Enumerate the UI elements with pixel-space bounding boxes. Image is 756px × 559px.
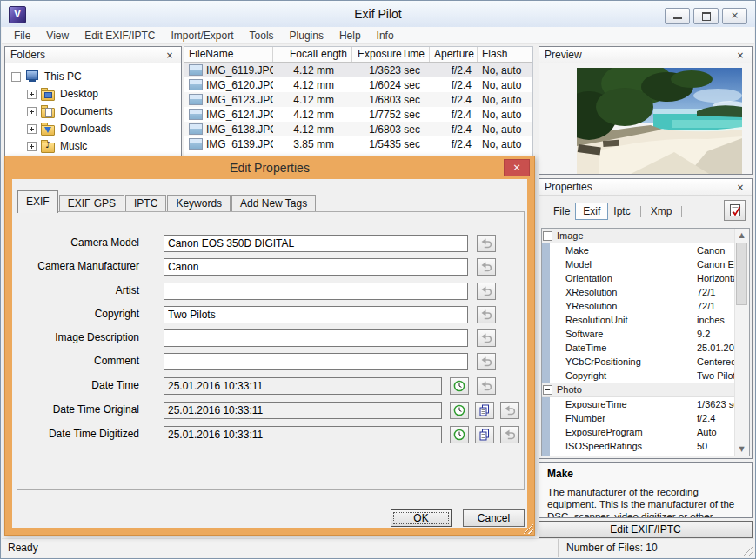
tab-exif-gps[interactable]: EXIF GPS <box>59 195 124 212</box>
menu-view[interactable]: View <box>38 30 77 42</box>
folders-close-icon[interactable]: × <box>164 50 176 60</box>
tree-item-music[interactable]: ♪ Music <box>5 137 181 155</box>
dialog-close-button[interactable]: × <box>504 159 530 176</box>
undo-button[interactable] <box>500 426 519 443</box>
scroll-down-icon[interactable]: ▼ <box>735 443 748 456</box>
minimize-button[interactable] <box>665 8 690 24</box>
undo-button[interactable] <box>477 377 496 395</box>
tab-exif[interactable]: EXIF <box>17 190 58 213</box>
property-row[interactable]: CopyrightTwo Pilots <box>542 369 735 383</box>
property-row[interactable]: FNumberf/2.4 <box>542 411 735 425</box>
expand-icon[interactable] <box>27 142 37 151</box>
table-row[interactable]: IMG_6138.JPG 4.12 mm 1/6803 sec f/2.4 No… <box>184 122 532 136</box>
property-row[interactable]: ResolutionUnitinches <box>542 313 735 327</box>
camera-manufacturer-field[interactable] <box>164 258 468 276</box>
tab-keywords[interactable]: Keywords <box>167 195 231 212</box>
tab-exif[interactable]: Exif <box>575 203 608 220</box>
maximize-button[interactable] <box>693 8 719 24</box>
menu-edit-exif-iptc[interactable]: Edit EXIF/IPTC <box>77 30 163 42</box>
property-row[interactable]: ExposureTime1/3623 sec <box>542 397 735 411</box>
collapse-icon[interactable] <box>543 231 552 241</box>
comment-field[interactable] <box>164 353 468 370</box>
property-row[interactable]: DateTime25.01.2016 10:3... <box>542 341 735 355</box>
resize-grip[interactable] <box>741 544 753 556</box>
table-row[interactable]: IMG_6123.JPG 4.12 mm 1/6803 sec f/2.4 No… <box>184 92 532 107</box>
property-row[interactable]: MakeCanon <box>542 243 735 257</box>
undo-button[interactable] <box>477 353 496 370</box>
group-row-image[interactable]: Image <box>542 229 735 243</box>
undo-button[interactable] <box>477 329 496 347</box>
undo-button[interactable] <box>500 402 519 419</box>
menu-plugins[interactable]: Plugins <box>282 30 331 42</box>
close-button[interactable]: × <box>722 8 747 24</box>
tree-item-desktop[interactable]: Desktop <box>5 85 181 103</box>
menu-info[interactable]: Info <box>369 30 402 42</box>
clock-button[interactable] <box>450 402 469 419</box>
property-row[interactable]: YResolution72/1 <box>542 299 735 313</box>
table-row[interactable]: IMG_6139.JPG 3.85 mm 1/5435 sec f/2.4 No… <box>184 136 532 151</box>
expand-icon[interactable] <box>27 90 37 99</box>
property-description: Make The manufacturer of the recording e… <box>539 462 753 518</box>
column-header-filename[interactable]: FileName <box>184 47 273 62</box>
property-row[interactable]: ExifVersion0221 <box>542 453 735 456</box>
tab-iptc[interactable]: IPTC <box>125 195 166 212</box>
copy-button[interactable] <box>475 426 494 443</box>
menu-file[interactable]: File <box>6 30 38 42</box>
undo-button[interactable] <box>477 235 496 252</box>
date-time-field[interactable] <box>164 377 442 395</box>
expand-icon[interactable] <box>27 124 37 134</box>
tab-iptc[interactable]: Iptc <box>608 203 635 219</box>
column-header-flash[interactable]: Flash <box>478 47 532 62</box>
cell-filename: IMG_6120.JPG <box>206 79 273 91</box>
tree-item-this-pc[interactable]: This PC <box>5 68 181 85</box>
property-row[interactable]: ModelCanon EOS 350... <box>542 257 735 271</box>
camera-model-field[interactable] <box>164 235 468 252</box>
tree-item-documents[interactable]: Documents <box>5 103 181 120</box>
clock-button[interactable] <box>450 426 469 443</box>
edit-exif-iptc-button[interactable]: Edit EXIF/IPTC <box>539 521 753 538</box>
tree-item-downloads[interactable]: Downloads <box>5 120 181 137</box>
scrollbar[interactable]: ▲ ▼ <box>734 229 749 456</box>
undo-button[interactable] <box>477 258 496 276</box>
column-header-focallength[interactable]: FocalLength <box>273 47 352 62</box>
cell-filename: IMG_6119.JPG <box>206 64 273 77</box>
clock-button[interactable] <box>450 377 469 395</box>
table-row[interactable]: IMG_6124.JPG 4.12 mm 1/7752 sec f/2.4 No… <box>184 107 532 122</box>
edit-tags-button[interactable] <box>724 200 746 221</box>
copy-button[interactable] <box>475 402 494 419</box>
undo-button[interactable] <box>477 306 496 323</box>
ok-button[interactable]: OK <box>391 509 452 527</box>
scrollbar-thumb[interactable] <box>736 243 747 305</box>
property-row[interactable]: Software9.2 <box>542 327 735 341</box>
collapse-icon[interactable] <box>11 72 21 82</box>
tab-file[interactable]: File <box>548 203 575 219</box>
table-row[interactable]: IMG_6119.JPG 4.12 mm 1/3623 sec f/2.4 No… <box>184 63 532 77</box>
table-row[interactable]: IMG_6120.JPG 4.12 mm 1/6024 sec f/2.4 No… <box>184 77 532 92</box>
preview-close-icon[interactable]: × <box>734 50 746 60</box>
date-time-digitized-field[interactable] <box>164 426 442 443</box>
column-header-aperture[interactable]: Aperture <box>430 47 478 62</box>
undo-button[interactable] <box>477 283 496 300</box>
tab-xmp[interactable]: Xmp <box>646 203 678 219</box>
date-time-original-field[interactable] <box>164 402 442 419</box>
property-row[interactable]: YCbCrPositioningCentered <box>542 355 735 369</box>
menu-import-export[interactable]: Import/Export <box>164 30 242 42</box>
tab-add-new-tags[interactable]: Add New Tags <box>231 195 316 212</box>
column-header-exposuretime[interactable]: ExposureTime <box>352 47 430 62</box>
property-row[interactable]: ISOSpeedRatings50 <box>542 439 735 453</box>
menu-tools[interactable]: Tools <box>242 30 282 42</box>
title-bar: Exif Pilot × <box>1 1 755 27</box>
copyright-field[interactable] <box>164 306 468 323</box>
group-row-photo[interactable]: Photo <box>542 383 735 397</box>
image-description-field[interactable] <box>164 329 468 347</box>
properties-close-icon[interactable]: × <box>734 183 746 192</box>
cancel-button[interactable]: Cancel <box>463 509 525 527</box>
menu-help[interactable]: Help <box>331 30 369 42</box>
property-row[interactable]: OrientationHorizontal (normal) <box>542 271 735 285</box>
property-row[interactable]: ExposureProgramAuto <box>542 425 735 439</box>
expand-icon[interactable] <box>27 107 37 116</box>
scroll-up-icon[interactable]: ▲ <box>735 229 748 242</box>
artist-field[interactable] <box>164 283 468 300</box>
collapse-icon[interactable] <box>543 385 552 395</box>
property-row[interactable]: XResolution72/1 <box>542 285 735 299</box>
